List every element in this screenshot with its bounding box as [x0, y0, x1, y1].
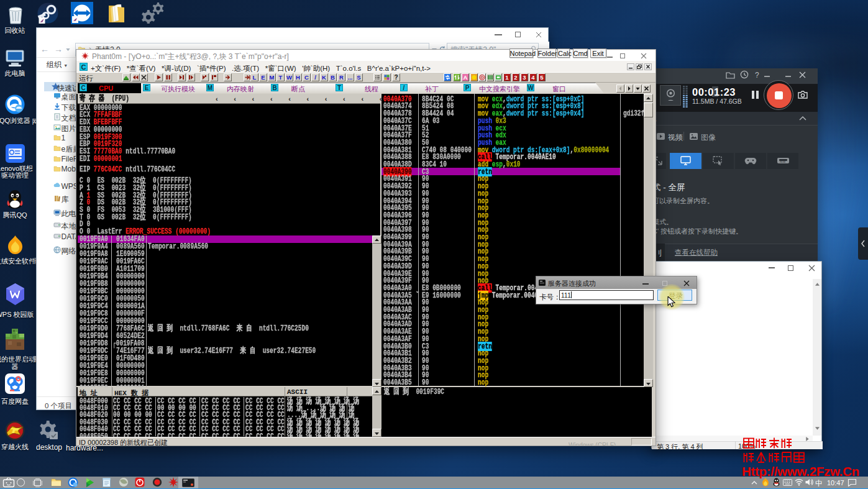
- svg-text:HDMI: HDMI: [780, 161, 785, 163]
